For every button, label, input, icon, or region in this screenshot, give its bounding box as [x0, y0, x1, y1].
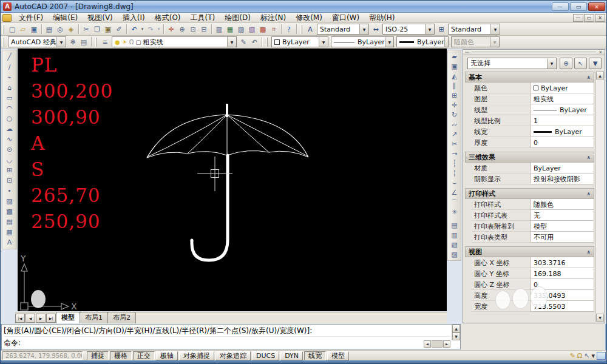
open-icon[interactable]: ▱ [18, 24, 29, 35]
palette-close-icon[interactable]: × [598, 50, 603, 55]
menu-item-7[interactable]: 标注(N) [256, 13, 291, 23]
designcenter-icon[interactable]: ▦ [225, 24, 236, 35]
scroll-left-icon[interactable]: ◀ [424, 340, 431, 348]
property-value[interactable]: 模型 [531, 221, 594, 232]
property-value[interactable]: 无 [531, 210, 594, 221]
properties-icon[interactable]: ▥ [214, 24, 225, 35]
make-object-layer-current-icon[interactable]: ✎ [238, 36, 249, 47]
quickcalc-icon[interactable]: ⌗ [268, 24, 279, 35]
prev-tab-icon[interactable]: ◀ [25, 314, 35, 323]
scroll-up-icon[interactable]: ▲ [452, 325, 460, 332]
dropdown-arrow-icon[interactable]: ▼ [227, 37, 236, 47]
toggle-极轴[interactable]: 极轴 [156, 351, 178, 360]
tray-dropdown-icon[interactable]: ▾ [591, 352, 595, 360]
stretch-icon[interactable]: ↗ [449, 129, 460, 139]
doc-restore-button[interactable]: ▭ [584, 14, 594, 22]
circle-icon[interactable]: ○ [4, 113, 15, 124]
toolbar-grip[interactable] [2, 38, 4, 47]
toggle-模型[interactable]: 模型 [327, 351, 349, 360]
markup-set-manager-icon[interactable]: ▩ [257, 24, 268, 35]
mirror-icon[interactable]: ◭ [449, 71, 460, 81]
scroll-down-icon[interactable]: ▼ [452, 332, 460, 340]
first-tab-icon[interactable]: |◀ [15, 314, 25, 323]
toggle-DYN[interactable]: DYN [280, 351, 303, 360]
copy-object-icon[interactable]: ▣ [449, 61, 460, 71]
property-value[interactable]: 1 [531, 115, 594, 126]
lineweight-combo[interactable]: ByLayer ▼ [396, 36, 449, 47]
property-value[interactable]: 投射和接收阴影 [531, 174, 594, 184]
toggle-对象追踪[interactable]: 对象追踪 [215, 351, 251, 360]
menu-item-0[interactable]: 文件(F) [14, 13, 48, 23]
revision-cloud-icon[interactable]: ☁ [4, 124, 15, 134]
polygon-icon[interactable]: ⌂ [4, 83, 15, 93]
minimize-button[interactable]: — [552, 2, 569, 11]
select-objects-icon[interactable]: ↖ [574, 58, 587, 69]
quick-select-icon[interactable]: ▼ [589, 58, 602, 69]
palette-scrollbar[interactable]: ▲ ▼ [595, 72, 604, 322]
color-combo[interactable]: ByLayer ▼ [271, 36, 328, 47]
property-value[interactable]: 169.188 [531, 268, 594, 279]
zoom-window-icon[interactable]: ⊡ [188, 24, 198, 35]
zoom-realtime-icon[interactable]: ⊕ [177, 24, 188, 35]
property-value[interactable]: ByLayer [531, 126, 594, 137]
property-value[interactable]: 粗实线 [531, 93, 594, 104]
spline-icon[interactable]: ∿ [4, 134, 15, 144]
break-icon[interactable]: ╎ [449, 168, 460, 178]
section-header-视图[interactable]: 视图∧ [465, 246, 594, 257]
save-icon[interactable]: ▣ [29, 24, 39, 35]
clean-screen-icon[interactable] [597, 352, 606, 360]
next-tab-icon[interactable]: ▶ [36, 314, 46, 323]
chevron-up-icon[interactable]: ∧ [587, 75, 591, 80]
dim-style-combo[interactable]: ISO-25▼ [382, 24, 435, 35]
toolbar-grip[interactable] [2, 25, 4, 34]
command-window[interactable]: [角度(A)/圆心(CE)/闭合(CL)/方向(D)/半宽(H)/直线(L)/半… [1, 324, 461, 349]
extend-icon[interactable]: → [449, 149, 460, 158]
construction-line-icon[interactable]: ∕ [4, 62, 15, 72]
command-scrollbar[interactable]: ▲ ▼ [452, 325, 460, 340]
dropdown-arrow-icon[interactable]: ▼ [425, 24, 434, 34]
property-value[interactable]: 0 [531, 137, 594, 148]
scroll-thumb[interactable] [432, 340, 443, 348]
scroll-up-icon[interactable]: ▲ [596, 72, 604, 79]
arc-icon[interactable]: ◠ [4, 103, 15, 113]
property-value[interactable]: ByLayer [531, 104, 594, 115]
last-tab-icon[interactable]: ▶| [46, 314, 56, 323]
table-style-combo[interactable]: Standard▼ [448, 24, 500, 35]
tray-settings-icon[interactable]: ↖ [584, 352, 589, 360]
pan-icon[interactable]: ✛ [166, 24, 177, 35]
cut-icon[interactable]: ✂ [81, 24, 92, 35]
offset-icon[interactable]: ∥ [449, 81, 460, 90]
break-at-point-icon[interactable]: ┆ [449, 158, 460, 168]
insert-block-icon[interactable]: ⊞ [4, 165, 15, 175]
new-icon[interactable]: ▢ [7, 24, 18, 35]
menu-item-5[interactable]: 工具(T) [186, 13, 220, 23]
toggle-对象捕捉[interactable]: 对象捕捉 [179, 351, 214, 360]
explode-icon[interactable]: ✳ [449, 207, 460, 217]
gradient-icon[interactable]: ▩ [4, 206, 15, 217]
publish-icon[interactable]: ◈ [66, 24, 76, 35]
toggle-捕捉[interactable]: 捕捉 [87, 351, 109, 360]
match-properties-icon[interactable]: ✐ [114, 24, 124, 35]
point-icon[interactable]: ∙ [4, 186, 15, 196]
ellipse-arc-icon[interactable]: ◡ [4, 155, 15, 165]
table-icon[interactable]: ▦ [4, 227, 15, 237]
zoom-previous-icon[interactable]: ⊟ [198, 24, 209, 35]
dim-style-icon[interactable]: ↔ [370, 24, 381, 35]
polyline-icon[interactable]: ⌁ [4, 72, 15, 83]
sheet-set-manager-icon[interactable]: ▨ [246, 24, 257, 35]
chamfer-icon[interactable]: ∠ [449, 187, 460, 197]
tool-palettes-icon[interactable]: ▧ [236, 24, 246, 35]
linetype-combo[interactable]: ByLayer ▼ [331, 36, 394, 47]
menu-item-2[interactable]: 视图(V) [83, 13, 118, 23]
rotate-icon[interactable]: ↻ [449, 110, 460, 120]
rectangle-icon[interactable]: ▭ [4, 93, 15, 103]
command-hscrollbar[interactable]: ◀ ▶ [424, 340, 450, 348]
drawing-canvas[interactable]: PL300,200300,90AS265,70250,90 [18, 49, 447, 311]
dropdown-arrow-icon[interactable]: ▼ [56, 37, 66, 47]
table-style-icon[interactable]: ⊞ [436, 24, 447, 35]
make-block-icon[interactable]: ⊡ [4, 175, 15, 186]
doc-minimize-button[interactable]: — [573, 14, 583, 22]
scroll-right-icon[interactable]: ▶ [443, 340, 450, 348]
scroll-down-icon[interactable]: ▼ [596, 314, 604, 322]
toggle-栅格[interactable]: 栅格 [110, 351, 132, 360]
